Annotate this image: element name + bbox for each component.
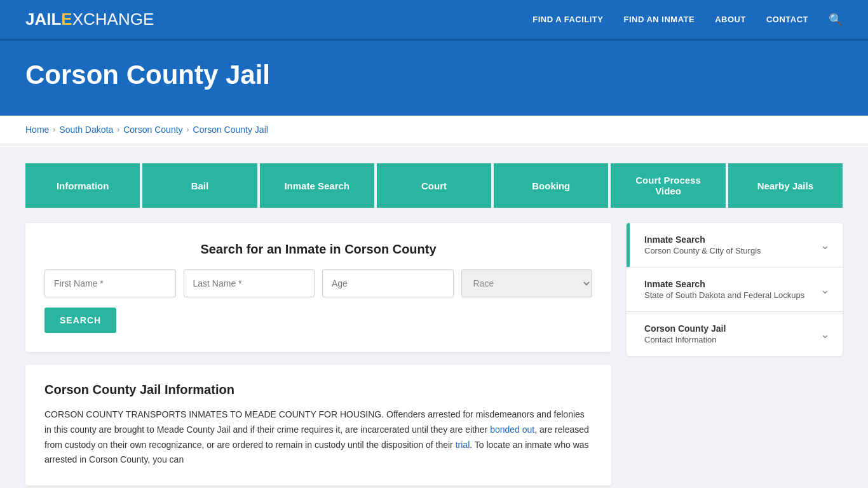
logo-jail: JAIL bbox=[25, 10, 61, 29]
sidebar-card: Inmate Search Corson County & City of St… bbox=[627, 223, 843, 356]
logo-x: E bbox=[61, 10, 72, 29]
sidebar-item-title-1: Inmate Search bbox=[644, 279, 804, 289]
breadcrumb-sep-1: › bbox=[53, 125, 55, 134]
chevron-icon-2: ⌄ bbox=[820, 327, 830, 341]
breadcrumb-sep-2: › bbox=[117, 125, 119, 134]
tab-booking[interactable]: Booking bbox=[494, 163, 608, 208]
age-input[interactable] bbox=[322, 269, 454, 297]
sidebar-item-text-1: Inmate Search State of South Dakota and … bbox=[639, 279, 804, 300]
chevron-icon-0: ⌄ bbox=[820, 238, 830, 252]
sidebar-item-header-0[interactable]: Inmate Search Corson County & City of St… bbox=[627, 223, 843, 267]
main-layout: Search for an Inmate in Corson County Ra… bbox=[25, 223, 843, 485]
sidebar-item-text-2: Corson County Jail Contact Information bbox=[639, 323, 726, 344]
tab-bail[interactable]: Bail bbox=[142, 163, 257, 208]
sidebar-item-text-0: Inmate Search Corson County & City of St… bbox=[639, 234, 761, 255]
search-button[interactable]: SEARCH bbox=[44, 308, 116, 333]
sidebar-item-header-2[interactable]: Corson County Jail Contact Information ⌄ bbox=[627, 312, 843, 356]
search-toggle-button[interactable]: 🔍 bbox=[829, 13, 843, 27]
sidebar-item-title-2: Corson County Jail bbox=[644, 323, 726, 334]
first-name-input[interactable] bbox=[44, 269, 176, 297]
main-nav: FIND A FACILITY FIND AN INMATE ABOUT CON… bbox=[532, 13, 843, 27]
right-sidebar: Inmate Search Corson County & City of St… bbox=[627, 223, 843, 356]
sidebar-item-0: Inmate Search Corson County & City of St… bbox=[627, 223, 843, 268]
info-box: Corson County Jail Information CORSON CO… bbox=[25, 365, 611, 485]
sidebar-item-title-0: Inmate Search bbox=[644, 234, 761, 245]
nav-about[interactable]: ABOUT bbox=[715, 15, 746, 24]
tab-information[interactable]: Information bbox=[25, 163, 140, 208]
search-fields: Race White Black Hispanic Asian Native A… bbox=[44, 269, 592, 297]
site-header: JAILEXCHANGE FIND A FACILITY FIND AN INM… bbox=[0, 0, 868, 41]
tab-court-process-video[interactable]: Court Process Video bbox=[611, 163, 725, 208]
sidebar-item-sub-0: Corson County & City of Sturgis bbox=[644, 246, 761, 255]
info-link-bonded-out[interactable]: bonded out bbox=[490, 424, 534, 435]
info-bold-2: HOUSING. bbox=[340, 409, 384, 419]
info-link-trial[interactable]: trial bbox=[456, 440, 470, 450]
tab-bar: Information Bail Inmate Search Court Boo… bbox=[25, 163, 843, 208]
info-bold-1: CORSON COUNTY TRANSPORTS INMATES TO MEAD… bbox=[44, 409, 337, 419]
sidebar-item-sub-2: Contact Information bbox=[644, 335, 726, 344]
page-title: Corson County Jail bbox=[25, 60, 843, 90]
tab-inmate-search[interactable]: Inmate Search bbox=[260, 163, 374, 208]
breadcrumb-home[interactable]: Home bbox=[25, 125, 49, 135]
sidebar-accent-0 bbox=[627, 223, 630, 267]
nav-find-inmate[interactable]: FIND AN INMATE bbox=[623, 15, 695, 24]
last-name-input[interactable] bbox=[184, 269, 315, 297]
nav-contact[interactable]: CONTACT bbox=[766, 15, 808, 24]
hero-section: Corson County Jail bbox=[0, 41, 868, 116]
breadcrumb-county[interactable]: Corson County bbox=[123, 125, 182, 135]
sidebar-item-2: Corson County Jail Contact Information ⌄ bbox=[627, 312, 843, 356]
site-logo: JAILEXCHANGE bbox=[25, 10, 154, 29]
sidebar-item-header-1[interactable]: Inmate Search State of South Dakota and … bbox=[627, 268, 843, 311]
race-select[interactable]: Race White Black Hispanic Asian Native A… bbox=[461, 269, 593, 297]
sidebar-item-sub-1: State of South Dakota and Federal Lockup… bbox=[644, 290, 804, 300]
search-title: Search for an Inmate in Corson County bbox=[44, 242, 592, 257]
breadcrumb-current: Corson County Jail bbox=[193, 125, 268, 135]
sidebar-item-1: Inmate Search State of South Dakota and … bbox=[627, 268, 843, 312]
tab-court[interactable]: Court bbox=[377, 163, 491, 208]
tab-nearby-jails[interactable]: Nearby Jails bbox=[728, 163, 843, 208]
logo-exchange: XCHANGE bbox=[72, 10, 154, 29]
inmate-search-box: Search for an Inmate in Corson County Ra… bbox=[25, 223, 611, 352]
left-column: Search for an Inmate in Corson County Ra… bbox=[25, 223, 611, 485]
info-title: Corson County Jail Information bbox=[44, 383, 592, 397]
chevron-icon-1: ⌄ bbox=[820, 283, 830, 297]
nav-find-facility[interactable]: FIND A FACILITY bbox=[532, 15, 603, 24]
breadcrumb-sep-3: › bbox=[187, 125, 189, 134]
breadcrumb-state[interactable]: South Dakota bbox=[59, 125, 113, 135]
info-body: CORSON COUNTY TRANSPORTS INMATES TO MEAD… bbox=[44, 407, 592, 468]
breadcrumb: Home › South Dakota › Corson County › Co… bbox=[0, 116, 868, 144]
content-wrapper: Information Bail Inmate Search Court Boo… bbox=[0, 144, 868, 488]
